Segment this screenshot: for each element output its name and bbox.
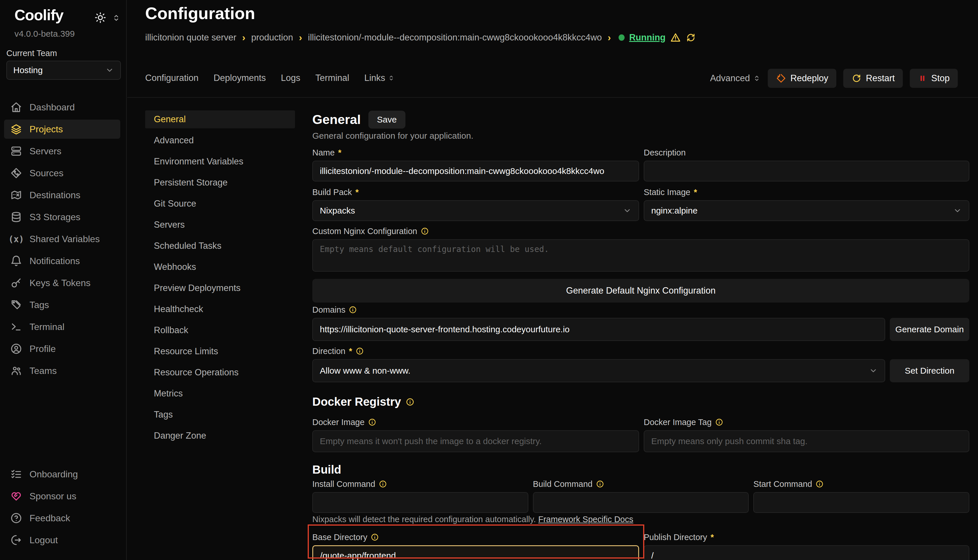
docker-image-label: Docker Image: [312, 417, 639, 428]
name-input[interactable]: [312, 161, 639, 182]
current-team-label: Current Team: [7, 48, 57, 58]
sidebar-item-notifications[interactable]: Notifications: [4, 252, 120, 270]
redeploy-button[interactable]: Redeploy: [768, 69, 836, 88]
restart-button[interactable]: Restart: [843, 69, 903, 88]
tab-deployments[interactable]: Deployments: [213, 73, 266, 83]
sidebar-item-tags[interactable]: Tags: [4, 295, 120, 314]
subnav-item-advanced[interactable]: Advanced: [145, 132, 295, 149]
base-directory-input[interactable]: [312, 545, 639, 560]
sidebar-item-feedback[interactable]: Feedback: [4, 508, 120, 528]
nginx-config-textarea[interactable]: [312, 239, 969, 272]
updown-chevrons-icon: [753, 74, 761, 82]
sidebar-item-onboarding[interactable]: Onboarding: [4, 465, 120, 484]
stop-button[interactable]: Stop: [910, 69, 958, 88]
sidebar-item-dashboard[interactable]: Dashboard: [4, 98, 120, 117]
docker-image-input[interactable]: [312, 430, 639, 452]
sidebar-item-servers[interactable]: Servers: [4, 142, 120, 161]
publish-directory-label: Publish Directory*: [644, 532, 969, 543]
breadcrumb-item[interactable]: illicitonion quote server: [145, 32, 236, 43]
sidebar-item-destinations[interactable]: Destinations: [4, 185, 120, 205]
generate-domain-button[interactable]: Generate Domain: [890, 318, 969, 341]
subnav-item-metrics[interactable]: Metrics: [145, 385, 295, 403]
start-command-label: Start Command: [753, 478, 969, 490]
sidebar-item-projects[interactable]: Projects: [4, 120, 120, 139]
advanced-dropdown[interactable]: Advanced: [710, 73, 761, 83]
publish-directory-input[interactable]: [644, 545, 969, 560]
direction-select[interactable]: Allow www & non-www.: [312, 359, 885, 382]
sidebar-item-label: Dashboard: [30, 102, 75, 113]
description-input[interactable]: [644, 161, 969, 182]
subnav-item-scheduled-tasks[interactable]: Scheduled Tasks: [145, 237, 295, 255]
build-command-label: Build Command: [533, 478, 749, 490]
subnav-item-environment-variables[interactable]: Environment Variables: [145, 153, 295, 170]
team-select[interactable]: Hosting: [7, 61, 121, 80]
subnav-item-danger-zone[interactable]: Danger Zone: [145, 427, 295, 445]
static-image-select[interactable]: nginx:alpine: [644, 200, 969, 221]
tab-logs[interactable]: Logs: [281, 73, 300, 83]
tab-label: Configuration: [145, 73, 198, 83]
info-icon: [379, 480, 387, 488]
sidebar-item-profile[interactable]: Profile: [4, 339, 120, 358]
tab-configuration[interactable]: Configuration: [145, 73, 198, 83]
framework-docs-link[interactable]: Framework Specific Docs: [538, 515, 633, 524]
info-icon: [596, 480, 604, 488]
breadcrumb-item[interactable]: production: [251, 32, 293, 43]
domains-input[interactable]: [312, 318, 885, 341]
refresh-icon[interactable]: [685, 32, 696, 43]
sidebar-item-keys-tokens[interactable]: Keys & Tokens: [4, 273, 120, 292]
tab-terminal[interactable]: Terminal: [316, 73, 349, 83]
subnav-item-persistent-storage[interactable]: Persistent Storage: [145, 174, 295, 192]
install-command-input[interactable]: [312, 492, 528, 513]
docker-image-tag-input[interactable]: [644, 430, 969, 452]
settings-subnav: GeneralAdvancedEnvironment VariablesPers…: [145, 110, 295, 448]
subnav-item-tags[interactable]: Tags: [145, 406, 295, 423]
subnav-item-preview-deployments[interactable]: Preview Deployments: [145, 279, 295, 297]
stop-label: Stop: [931, 73, 950, 83]
build-pack-select[interactable]: Nixpacks: [312, 200, 639, 221]
save-button[interactable]: Save: [368, 111, 405, 128]
required-asterisk: *: [694, 188, 697, 197]
sidebar-item-teams[interactable]: Teams: [4, 361, 120, 380]
theme-sun-icon[interactable]: [94, 12, 106, 24]
sidebar-item-label: Onboarding: [30, 469, 78, 480]
subnav-item-rollback[interactable]: Rollback: [145, 321, 295, 339]
tab-label: Links: [364, 73, 385, 83]
sidebar-item-label: Tags: [30, 300, 49, 310]
app-logo[interactable]: Coolify: [15, 7, 64, 24]
required-asterisk: *: [355, 188, 359, 197]
sidebar-item-s3-storages[interactable]: S3 Storages: [4, 207, 120, 227]
generate-nginx-button[interactable]: Generate Default Nginx Configuration: [312, 279, 969, 303]
subnav-item-general[interactable]: General: [145, 110, 295, 128]
settings-content: General Save General configuration for y…: [312, 98, 969, 560]
sidebar-item-sponsor-us[interactable]: Sponsor us: [4, 487, 120, 506]
sidebar-item-label: Notifications: [30, 256, 80, 267]
subnav-item-git-source[interactable]: Git Source: [145, 195, 295, 213]
tab-label: Deployments: [213, 73, 266, 83]
redeploy-icon: [776, 73, 786, 83]
theme-chevrons-icon[interactable]: [112, 13, 121, 23]
tab-bar: ConfigurationDeploymentsLogsTerminalLink…: [145, 73, 395, 83]
breadcrumb-item[interactable]: illicitestonion/-module--decomposition:m…: [308, 32, 602, 43]
subnav-item-webhooks[interactable]: Webhooks: [145, 258, 295, 276]
sidebar-item-shared-variables[interactable]: (x)Shared Variables: [4, 230, 120, 248]
breadcrumb-separator: ›: [242, 32, 245, 43]
start-command-input[interactable]: [753, 492, 969, 513]
heart-icon: [10, 490, 22, 502]
set-direction-button[interactable]: Set Direction: [890, 359, 969, 382]
subnav-item-resource-operations[interactable]: Resource Operations: [145, 363, 295, 382]
warning-icon[interactable]: [670, 32, 681, 43]
tab-label: Logs: [281, 73, 300, 83]
sidebar-item-terminal[interactable]: Terminal: [4, 317, 120, 337]
build-command-input[interactable]: [533, 492, 749, 513]
tab-links[interactable]: Links: [364, 73, 395, 83]
chevron-down-icon: [623, 206, 632, 215]
sidebar-footer-nav: OnboardingSponsor usFeedbackLogout: [0, 465, 124, 552]
sidebar-item-sources[interactable]: Sources: [4, 163, 120, 183]
subnav-item-resource-limits[interactable]: Resource Limits: [145, 342, 295, 360]
nixpacks-note: Nixpacks will detect the required config…: [312, 515, 969, 524]
status-running-link[interactable]: Running: [629, 32, 666, 43]
sidebar-item-logout[interactable]: Logout: [4, 530, 120, 550]
breadcrumb-separator: ›: [299, 32, 302, 43]
subnav-item-healthcheck[interactable]: Healthcheck: [145, 300, 295, 318]
subnav-item-servers[interactable]: Servers: [145, 216, 295, 234]
